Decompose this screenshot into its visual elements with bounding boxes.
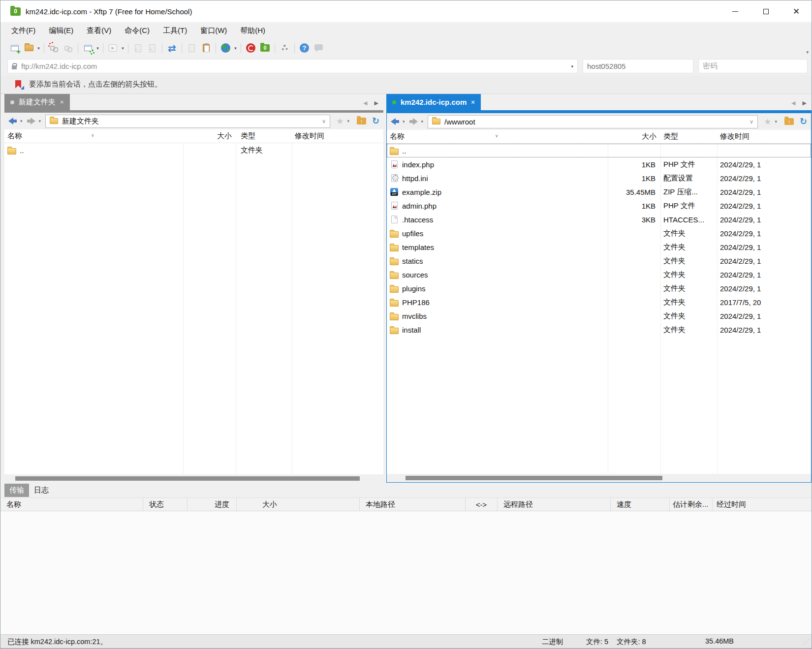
local-session-tab[interactable]: 新建文件夹 × <box>4 94 70 110</box>
favorites-dropdown-icon[interactable]: ▾ <box>347 119 349 124</box>
menu-item[interactable]: 工具(T) <box>163 26 187 35</box>
column-header-name[interactable]: 名称 <box>4 129 183 143</box>
file-row[interactable]: plugins 文件夹 2024/2/29, 1 <box>387 281 811 295</box>
menu-item[interactable]: 编辑(E) <box>49 26 73 35</box>
settings-gear-icon[interactable] <box>278 41 292 55</box>
file-row[interactable]: example.zip 35.45MB ZIP 压缩... 2024/2/29,… <box>387 185 811 199</box>
resize-grip-icon[interactable] <box>803 638 810 645</box>
file-row[interactable]: upfiles 文件夹 2024/2/29, 1 <box>387 226 811 240</box>
remote-file-list[interactable]: .. index.php 1KB PHP 文件 2024/2/29, 1 ht <box>387 144 811 474</box>
disconnect-icon[interactable] <box>47 41 61 55</box>
favorites-dropdown-icon[interactable]: ▾ <box>775 119 777 124</box>
forward-button[interactable] <box>27 118 35 124</box>
transfer-tab[interactable]: 日志 <box>29 484 54 497</box>
path-dropdown-icon[interactable]: ∨ <box>750 119 753 125</box>
favorites-star-icon[interactable]: ★ <box>764 117 771 127</box>
favorites-star-icon[interactable]: ★ <box>336 116 344 126</box>
file-row[interactable]: PHP186 文件夹 2017/7/5, 20 <box>387 295 811 309</box>
column-header-type[interactable]: 类型 <box>660 130 717 143</box>
paste-icon[interactable] <box>199 41 213 55</box>
menu-item[interactable]: 文件(F) <box>11 26 35 35</box>
web-browser-dropdown-icon[interactable]: ▾ <box>233 46 238 51</box>
refresh-icon[interactable]: ↻ <box>372 117 379 125</box>
transfer-column-header[interactable]: 状态 <box>143 498 187 511</box>
address-dropdown-icon[interactable]: ▾ <box>571 64 573 69</box>
transfer-column-header[interactable]: 大小 <box>237 498 360 511</box>
file-row[interactable]: index.php 1KB PHP 文件 2024/2/29, 1 <box>387 157 811 171</box>
file-row[interactable]: .. <box>387 144 811 157</box>
tab-close-icon[interactable]: × <box>471 98 475 106</box>
file-row[interactable]: .htaccess 3KB HTACCES... 2024/2/29, 1 <box>387 213 811 226</box>
file-row[interactable]: .. 文件夹 <box>4 143 383 157</box>
new-session-icon[interactable]: + <box>7 41 22 55</box>
file-row[interactable]: statics 文件夹 2024/2/29, 1 <box>387 254 811 268</box>
remote-session-tab[interactable]: km242.idc-icp.com × <box>386 94 481 110</box>
transfer-list-empty[interactable] <box>0 511 812 634</box>
column-header-modified[interactable]: 修改时间 <box>292 129 383 143</box>
tab-scroll-left-icon[interactable]: ◀ <box>363 100 367 106</box>
transfer-column-header[interactable]: <-> <box>466 498 498 511</box>
back-dropdown-icon[interactable]: ▾ <box>403 119 405 124</box>
local-horizontal-scrollbar[interactable] <box>4 474 383 483</box>
transfer-column-header[interactable]: 进度 <box>187 498 237 511</box>
scrollbar-thumb[interactable] <box>406 476 662 480</box>
transfer-column-header[interactable]: 名称 <box>0 498 143 511</box>
maximize-button[interactable] <box>750 0 781 22</box>
transfer-mode[interactable]: 二进制 <box>542 637 563 647</box>
open-folder-icon[interactable] <box>22 41 36 55</box>
web-browser-icon[interactable] <box>219 41 233 55</box>
back-button[interactable] <box>391 118 399 125</box>
refresh-icon[interactable]: ↻ <box>800 117 807 126</box>
column-header-name[interactable]: 名称 <box>387 130 608 143</box>
help-icon[interactable]: ? <box>297 41 312 55</box>
tab-scroll-right-icon[interactable]: ▶ <box>803 100 807 106</box>
home-folder-icon[interactable]: ↑ <box>357 118 366 124</box>
menu-item[interactable]: 命令(C) <box>125 26 150 35</box>
forward-dropdown-icon[interactable]: ▾ <box>421 119 424 124</box>
file-row[interactable]: admin.php 1KB PHP 文件 2024/2/29, 1 <box>387 199 811 213</box>
remote-horizontal-scrollbar[interactable] <box>387 474 811 482</box>
transfer-column-header[interactable]: 估计剩余... <box>670 498 713 511</box>
file-row[interactable]: templates 文件夹 2024/2/29, 1 <box>387 240 811 254</box>
local-file-list[interactable]: .. 文件夹 <box>4 143 383 474</box>
transfer-tab[interactable]: 传输 <box>4 484 29 497</box>
back-dropdown-icon[interactable]: ▾ <box>20 119 23 124</box>
column-header-size[interactable]: 大小 <box>608 130 660 143</box>
transfer-column-header[interactable]: 本地路径 <box>360 498 466 511</box>
transfer-column-header[interactable]: 速度 <box>611 498 670 511</box>
session-properties-icon[interactable] <box>81 41 95 55</box>
close-button[interactable]: ✕ <box>781 0 812 22</box>
forward-button[interactable] <box>409 118 418 125</box>
local-path-input[interactable]: 新建文件夹 ∨ <box>45 115 330 128</box>
username-field[interactable]: host052805 <box>583 59 693 73</box>
address-url-field[interactable]: ftp://km242.idc-icp.com ▾ <box>7 59 578 73</box>
feedback-icon[interactable] <box>312 41 326 55</box>
remote-path-input[interactable]: /wwwroot ∨ <box>428 115 758 128</box>
transfer-column-header[interactable]: 经过时间 <box>713 498 812 511</box>
forward-dropdown-icon[interactable]: ▾ <box>39 119 41 124</box>
tab-scroll-left-icon[interactable]: ◀ <box>791 100 795 106</box>
home-folder-icon[interactable]: ↑ <box>784 118 794 125</box>
back-button[interactable] <box>8 118 17 124</box>
column-header-type[interactable]: 类型 <box>236 129 292 143</box>
tab-close-icon[interactable]: × <box>60 98 64 106</box>
scrollbar-thumb[interactable] <box>15 476 360 481</box>
transfer-column-header[interactable]: 远程路径 <box>498 498 611 511</box>
xftp-icon[interactable]: 0 <box>258 41 272 55</box>
toolbar-overflow-chevron-icon[interactable]: ▾ <box>806 50 809 55</box>
path-dropdown-icon[interactable]: ∨ <box>322 118 326 124</box>
tab-scroll-right-icon[interactable]: ▶ <box>375 100 378 106</box>
password-field[interactable]: 密码 <box>698 59 808 73</box>
session-properties-dropdown-icon[interactable]: ▾ <box>95 46 100 51</box>
file-row[interactable]: sources 文件夹 2024/2/29, 1 <box>387 268 811 281</box>
open-folder-dropdown-icon[interactable]: ▾ <box>36 46 41 51</box>
file-row[interactable]: mvclibs 文件夹 2024/2/29, 1 <box>387 309 811 323</box>
menu-item[interactable]: 窗口(W) <box>200 26 227 35</box>
file-row[interactable]: install 文件夹 2024/2/29, 1 <box>387 323 811 337</box>
column-header-size[interactable]: 大小 <box>183 129 236 143</box>
menu-item[interactable]: 查看(V) <box>87 26 111 35</box>
menu-item[interactable]: 帮助(H) <box>240 26 265 35</box>
minimize-button[interactable] <box>720 0 750 22</box>
transfer-arrows-icon[interactable]: ⇄ <box>165 41 179 55</box>
file-row[interactable]: httpd.ini 1KB 配置设置 2024/2/29, 1 <box>387 171 811 185</box>
